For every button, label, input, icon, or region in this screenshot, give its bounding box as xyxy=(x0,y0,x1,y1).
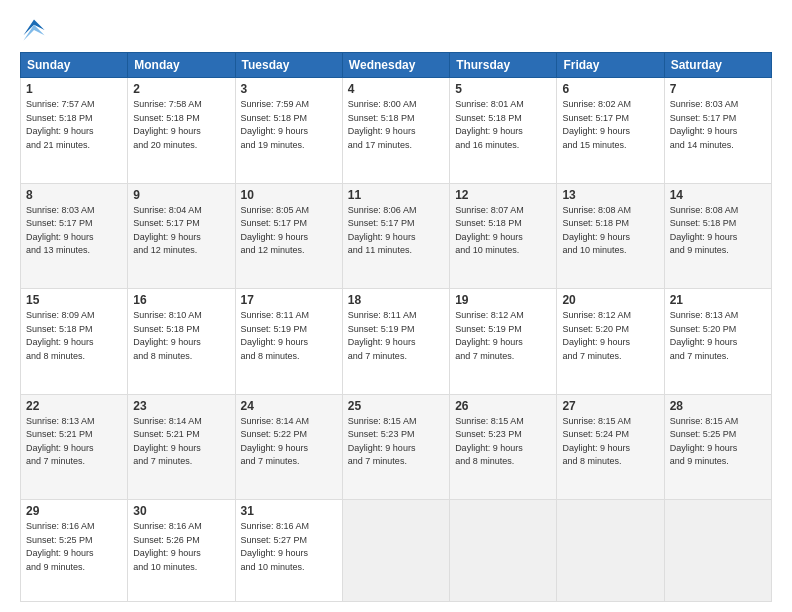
day-number: 18 xyxy=(348,293,444,307)
calendar-cell: 19Sunrise: 8:12 AM Sunset: 5:19 PM Dayli… xyxy=(450,289,557,395)
day-info: Sunrise: 8:08 AM Sunset: 5:18 PM Dayligh… xyxy=(670,204,766,258)
day-info: Sunrise: 7:57 AM Sunset: 5:18 PM Dayligh… xyxy=(26,98,122,152)
day-number: 31 xyxy=(241,504,337,518)
calendar-cell xyxy=(342,500,449,602)
day-info: Sunrise: 8:16 AM Sunset: 5:25 PM Dayligh… xyxy=(26,520,122,574)
day-number: 8 xyxy=(26,188,122,202)
calendar-cell: 8Sunrise: 8:03 AM Sunset: 5:17 PM Daylig… xyxy=(21,183,128,289)
day-info: Sunrise: 8:03 AM Sunset: 5:17 PM Dayligh… xyxy=(670,98,766,152)
calendar-header-friday: Friday xyxy=(557,53,664,78)
calendar-cell: 13Sunrise: 8:08 AM Sunset: 5:18 PM Dayli… xyxy=(557,183,664,289)
calendar-cell: 25Sunrise: 8:15 AM Sunset: 5:23 PM Dayli… xyxy=(342,394,449,500)
day-number: 17 xyxy=(241,293,337,307)
calendar-table: SundayMondayTuesdayWednesdayThursdayFrid… xyxy=(20,52,772,602)
day-info: Sunrise: 8:08 AM Sunset: 5:18 PM Dayligh… xyxy=(562,204,658,258)
calendar-cell: 22Sunrise: 8:13 AM Sunset: 5:21 PM Dayli… xyxy=(21,394,128,500)
calendar-cell: 3Sunrise: 7:59 AM Sunset: 5:18 PM Daylig… xyxy=(235,78,342,184)
calendar-cell: 1Sunrise: 7:57 AM Sunset: 5:18 PM Daylig… xyxy=(21,78,128,184)
day-number: 13 xyxy=(562,188,658,202)
calendar-header-sunday: Sunday xyxy=(21,53,128,78)
calendar-cell: 30Sunrise: 8:16 AM Sunset: 5:26 PM Dayli… xyxy=(128,500,235,602)
calendar-cell: 6Sunrise: 8:02 AM Sunset: 5:17 PM Daylig… xyxy=(557,78,664,184)
calendar-cell: 26Sunrise: 8:15 AM Sunset: 5:23 PM Dayli… xyxy=(450,394,557,500)
day-info: Sunrise: 8:10 AM Sunset: 5:18 PM Dayligh… xyxy=(133,309,229,363)
calendar-header-tuesday: Tuesday xyxy=(235,53,342,78)
day-number: 30 xyxy=(133,504,229,518)
day-number: 19 xyxy=(455,293,551,307)
day-number: 21 xyxy=(670,293,766,307)
day-number: 6 xyxy=(562,82,658,96)
day-number: 11 xyxy=(348,188,444,202)
day-number: 26 xyxy=(455,399,551,413)
logo-icon xyxy=(20,16,48,44)
day-number: 14 xyxy=(670,188,766,202)
calendar-cell: 10Sunrise: 8:05 AM Sunset: 5:17 PM Dayli… xyxy=(235,183,342,289)
day-info: Sunrise: 8:04 AM Sunset: 5:17 PM Dayligh… xyxy=(133,204,229,258)
day-number: 25 xyxy=(348,399,444,413)
day-info: Sunrise: 8:12 AM Sunset: 5:19 PM Dayligh… xyxy=(455,309,551,363)
calendar-cell: 17Sunrise: 8:11 AM Sunset: 5:19 PM Dayli… xyxy=(235,289,342,395)
calendar-header-wednesday: Wednesday xyxy=(342,53,449,78)
day-info: Sunrise: 8:15 AM Sunset: 5:23 PM Dayligh… xyxy=(455,415,551,469)
day-info: Sunrise: 7:59 AM Sunset: 5:18 PM Dayligh… xyxy=(241,98,337,152)
calendar-cell: 4Sunrise: 8:00 AM Sunset: 5:18 PM Daylig… xyxy=(342,78,449,184)
day-number: 20 xyxy=(562,293,658,307)
day-info: Sunrise: 8:07 AM Sunset: 5:18 PM Dayligh… xyxy=(455,204,551,258)
day-number: 4 xyxy=(348,82,444,96)
day-number: 9 xyxy=(133,188,229,202)
calendar-cell: 27Sunrise: 8:15 AM Sunset: 5:24 PM Dayli… xyxy=(557,394,664,500)
calendar-cell: 29Sunrise: 8:16 AM Sunset: 5:25 PM Dayli… xyxy=(21,500,128,602)
day-number: 5 xyxy=(455,82,551,96)
day-number: 28 xyxy=(670,399,766,413)
day-info: Sunrise: 8:16 AM Sunset: 5:26 PM Dayligh… xyxy=(133,520,229,574)
calendar-cell: 15Sunrise: 8:09 AM Sunset: 5:18 PM Dayli… xyxy=(21,289,128,395)
calendar-header-saturday: Saturday xyxy=(664,53,771,78)
page: SundayMondayTuesdayWednesdayThursdayFrid… xyxy=(0,0,792,612)
calendar-cell: 23Sunrise: 8:14 AM Sunset: 5:21 PM Dayli… xyxy=(128,394,235,500)
day-info: Sunrise: 8:03 AM Sunset: 5:17 PM Dayligh… xyxy=(26,204,122,258)
calendar-cell: 9Sunrise: 8:04 AM Sunset: 5:17 PM Daylig… xyxy=(128,183,235,289)
day-info: Sunrise: 8:15 AM Sunset: 5:23 PM Dayligh… xyxy=(348,415,444,469)
day-number: 24 xyxy=(241,399,337,413)
day-number: 3 xyxy=(241,82,337,96)
calendar-week-row: 15Sunrise: 8:09 AM Sunset: 5:18 PM Dayli… xyxy=(21,289,772,395)
calendar-week-row: 8Sunrise: 8:03 AM Sunset: 5:17 PM Daylig… xyxy=(21,183,772,289)
day-number: 15 xyxy=(26,293,122,307)
calendar-cell xyxy=(557,500,664,602)
calendar-header-monday: Monday xyxy=(128,53,235,78)
calendar-week-row: 29Sunrise: 8:16 AM Sunset: 5:25 PM Dayli… xyxy=(21,500,772,602)
day-info: Sunrise: 8:13 AM Sunset: 5:20 PM Dayligh… xyxy=(670,309,766,363)
calendar-cell: 7Sunrise: 8:03 AM Sunset: 5:17 PM Daylig… xyxy=(664,78,771,184)
day-info: Sunrise: 8:15 AM Sunset: 5:24 PM Dayligh… xyxy=(562,415,658,469)
day-info: Sunrise: 8:12 AM Sunset: 5:20 PM Dayligh… xyxy=(562,309,658,363)
day-info: Sunrise: 8:11 AM Sunset: 5:19 PM Dayligh… xyxy=(241,309,337,363)
day-info: Sunrise: 8:15 AM Sunset: 5:25 PM Dayligh… xyxy=(670,415,766,469)
day-info: Sunrise: 8:14 AM Sunset: 5:22 PM Dayligh… xyxy=(241,415,337,469)
calendar-cell: 16Sunrise: 8:10 AM Sunset: 5:18 PM Dayli… xyxy=(128,289,235,395)
calendar-cell: 14Sunrise: 8:08 AM Sunset: 5:18 PM Dayli… xyxy=(664,183,771,289)
day-info: Sunrise: 8:02 AM Sunset: 5:17 PM Dayligh… xyxy=(562,98,658,152)
calendar-cell: 11Sunrise: 8:06 AM Sunset: 5:17 PM Dayli… xyxy=(342,183,449,289)
day-info: Sunrise: 8:00 AM Sunset: 5:18 PM Dayligh… xyxy=(348,98,444,152)
day-number: 12 xyxy=(455,188,551,202)
calendar-cell: 12Sunrise: 8:07 AM Sunset: 5:18 PM Dayli… xyxy=(450,183,557,289)
calendar-cell: 20Sunrise: 8:12 AM Sunset: 5:20 PM Dayli… xyxy=(557,289,664,395)
calendar-week-row: 1Sunrise: 7:57 AM Sunset: 5:18 PM Daylig… xyxy=(21,78,772,184)
day-number: 16 xyxy=(133,293,229,307)
calendar-header-row: SundayMondayTuesdayWednesdayThursdayFrid… xyxy=(21,53,772,78)
logo xyxy=(20,16,52,44)
day-info: Sunrise: 8:06 AM Sunset: 5:17 PM Dayligh… xyxy=(348,204,444,258)
day-number: 27 xyxy=(562,399,658,413)
day-info: Sunrise: 8:13 AM Sunset: 5:21 PM Dayligh… xyxy=(26,415,122,469)
day-number: 1 xyxy=(26,82,122,96)
day-number: 23 xyxy=(133,399,229,413)
day-number: 29 xyxy=(26,504,122,518)
calendar-week-row: 22Sunrise: 8:13 AM Sunset: 5:21 PM Dayli… xyxy=(21,394,772,500)
calendar-cell: 21Sunrise: 8:13 AM Sunset: 5:20 PM Dayli… xyxy=(664,289,771,395)
calendar-cell: 28Sunrise: 8:15 AM Sunset: 5:25 PM Dayli… xyxy=(664,394,771,500)
day-number: 22 xyxy=(26,399,122,413)
day-number: 10 xyxy=(241,188,337,202)
day-info: Sunrise: 8:16 AM Sunset: 5:27 PM Dayligh… xyxy=(241,520,337,574)
day-info: Sunrise: 7:58 AM Sunset: 5:18 PM Dayligh… xyxy=(133,98,229,152)
header xyxy=(20,16,772,44)
